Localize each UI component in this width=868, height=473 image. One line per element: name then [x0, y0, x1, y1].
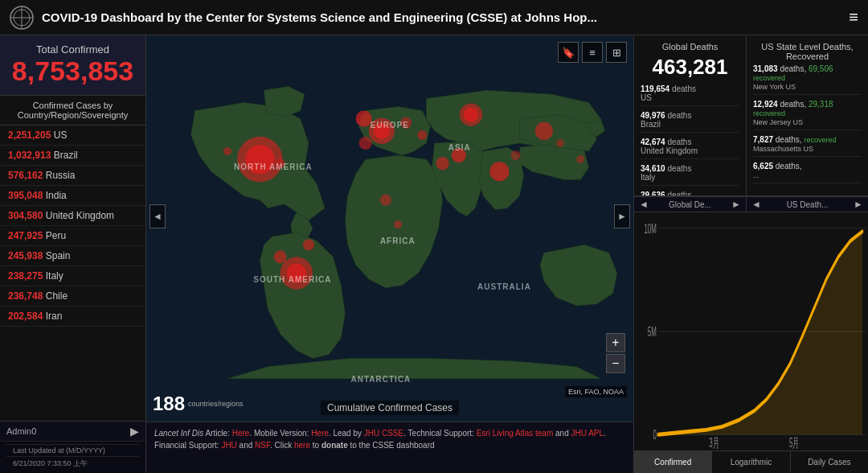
donate-link[interactable]: here	[294, 441, 310, 450]
list-item[interactable]: 304,580 United Kingdom	[0, 206, 145, 226]
svg-point-25	[417, 130, 427, 140]
us-state-nav-right[interactable]: ►	[854, 199, 863, 210]
svg-point-13	[464, 108, 478, 122]
svg-text:3月: 3月	[709, 436, 719, 450]
deaths-list: 119,654 deathsUS49,976 deathsBrazil42,67…	[641, 84, 739, 195]
svg-point-22	[223, 147, 231, 155]
list-item[interactable]: 2,251,205 US	[0, 125, 145, 146]
timestamp: 6/21/2020 7:33:50 上午	[6, 456, 139, 471]
jhu-csse-link[interactable]: JHU CSSE	[364, 429, 403, 438]
sidebar-list-header: Confirmed Cases by Country/Region/Sovere…	[0, 96, 145, 125]
list-item[interactable]: 247,925 Peru	[0, 226, 145, 246]
map-zoom-controls: + −	[606, 333, 625, 373]
svg-point-16	[535, 122, 553, 140]
chart-panel: 10M 5M 0 3月 5月 Confirmed Logarithmi	[634, 212, 868, 473]
jhu-link[interactable]: JHU	[221, 441, 236, 450]
list-item[interactable]: 1,032,913 Brazil	[0, 146, 145, 166]
list-item[interactable]: 236,748 Chile	[0, 286, 145, 306]
map-attribution: Esri, FAO, NOAA	[565, 386, 627, 397]
list-icon[interactable]: ≡	[582, 42, 603, 63]
map-nav-left-button[interactable]: ◄	[149, 204, 166, 228]
svg-point-14	[489, 162, 509, 181]
info-bar: Lancet Inf Dis Article: Here. Mobile Ver…	[146, 422, 633, 473]
svg-point-18	[303, 239, 314, 250]
us-state-nav-left[interactable]: ◄	[751, 199, 761, 210]
death-entry: 34,610 deathsItaly	[641, 164, 739, 186]
right-panels: Global Deaths 463,281 119,654 deathsUS49…	[633, 35, 868, 473]
us-state-title: US State Level Deaths, Recovered	[753, 42, 862, 61]
global-deaths-nav: ◄ Global De... ►	[634, 196, 747, 212]
main-content: Total Confirmed 8,753,853 Confirmed Case…	[0, 35, 868, 473]
map-nav-right-button[interactable]: ►	[614, 204, 630, 228]
map-panel: 🔖 ≡ ⊞	[146, 35, 633, 473]
svg-point-10	[374, 123, 390, 139]
header: COVID-19 Dashboard by the Center for Sys…	[0, 0, 868, 35]
sidebar: Total Confirmed 8,753,853 Confirmed Case…	[0, 35, 146, 473]
admin-label: Admin0	[6, 426, 36, 436]
last-updated-label: Last Updated at (M/D/YYYY)	[6, 444, 139, 456]
svg-point-11	[356, 111, 372, 127]
svg-point-26	[359, 137, 372, 150]
jhu-logo-icon	[10, 6, 34, 30]
death-entry: 29,636 deathsFrance	[641, 191, 739, 195]
mobile-link[interactable]: Here	[311, 429, 329, 438]
us-state-panel: US State Level Deaths, Recovered 31,083 …	[747, 35, 868, 195]
zoom-in-button[interactable]: +	[606, 333, 625, 352]
svg-point-24	[400, 117, 411, 129]
svg-point-21	[436, 157, 449, 170]
zoom-out-button[interactable]: −	[606, 354, 625, 373]
global-deaths-title: Global Deaths	[641, 42, 739, 51]
map-container[interactable]: NORTH AMERICA SOUTH AMERICA EUROPE ASIA …	[146, 35, 633, 422]
svg-point-29	[576, 155, 584, 163]
global-deaths-total: 463,281	[641, 55, 739, 80]
us-state-list: 31,083 deaths, 69,506 recoveredNew York …	[753, 64, 862, 183]
svg-text:5月: 5月	[789, 436, 800, 450]
list-item[interactable]: 202,584 Iran	[0, 306, 145, 327]
map-toolbar: 🔖 ≡ ⊞	[558, 42, 627, 63]
svg-point-28	[556, 139, 564, 147]
us-state-entry: 31,083 deaths, 69,506 recoveredNew York …	[753, 64, 862, 95]
svg-point-15	[452, 148, 466, 162]
info-text: Lancet Inf Dis Article: Here. Mobile Ver…	[154, 429, 606, 450]
total-confirmed-label: Total Confirmed	[10, 43, 136, 56]
svg-point-19	[380, 195, 391, 206]
svg-text:10M: 10M	[644, 222, 657, 236]
qr-icon[interactable]: ⊞	[606, 42, 627, 63]
svg-point-8	[287, 263, 306, 282]
us-state-entry: 6,625 deaths,...	[753, 162, 862, 183]
total-confirmed-panel: Total Confirmed 8,753,853	[0, 35, 145, 96]
country-count: 188	[153, 393, 185, 415]
global-deaths-nav-right[interactable]: ►	[731, 199, 741, 210]
country-list[interactable]: 2,251,205 US1,032,913 Brazil576,162 Russ…	[0, 125, 145, 421]
us-state-nav-label: US Death...	[787, 200, 829, 209]
global-deaths-nav-left[interactable]: ◄	[639, 199, 649, 210]
nsf-link[interactable]: NSF	[255, 441, 270, 450]
death-entry: 49,976 deathsBrazil	[641, 111, 739, 133]
bookmark-icon[interactable]: 🔖	[558, 42, 579, 63]
global-deaths-nav-label: Global De...	[669, 200, 711, 209]
death-entry: 42,674 deathsUnited Kingdom	[641, 138, 739, 159]
world-map: NORTH AMERICA SOUTH AMERICA EUROPE ASIA …	[146, 35, 633, 422]
list-item[interactable]: 238,275 Italy	[0, 266, 145, 286]
svg-text:5M: 5M	[648, 325, 657, 339]
svg-point-6	[245, 145, 274, 174]
tab-logarithmic[interactable]: Logarithmic	[712, 451, 790, 473]
sidebar-nav-right[interactable]: ▶	[130, 425, 139, 438]
esri-link[interactable]: Esri Living Atlas team	[477, 429, 554, 438]
us-state-entry: 7,827 deaths, recoveredMassachusetts US	[753, 135, 862, 157]
us-state-nav: ◄ US Death... ►	[747, 196, 868, 212]
list-item[interactable]: 576,162 Russia	[0, 166, 145, 186]
death-entry: 119,654 deathsUS	[641, 84, 739, 106]
total-confirmed-value: 8,753,853	[10, 56, 136, 87]
tab-daily-cases[interactable]: Daily Cases	[791, 451, 868, 473]
menu-icon[interactable]: ≡	[849, 8, 858, 27]
list-item[interactable]: 395,048 India	[0, 186, 145, 206]
map-bottom-label: Cumulative Confirmed Cases	[321, 401, 459, 415]
global-deaths-panel: Global Deaths 463,281 119,654 deathsUS49…	[634, 35, 747, 195]
lancet-link[interactable]: Here	[232, 429, 250, 438]
list-item[interactable]: 245,938 Spain	[0, 246, 145, 266]
tab-confirmed[interactable]: Confirmed	[634, 451, 712, 473]
jhu-apl-link[interactable]: JHU APL	[571, 429, 604, 438]
chart-container: 10M 5M 0 3月 5月	[634, 212, 868, 450]
svg-point-23	[276, 158, 285, 168]
